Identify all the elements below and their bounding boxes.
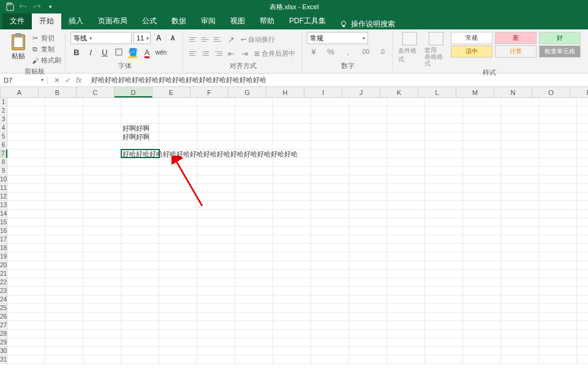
- cell-A22[interactable]: [7, 278, 45, 286]
- cell-E17[interactable]: [159, 235, 197, 243]
- cell-A25[interactable]: [7, 304, 45, 312]
- cell-B4[interactable]: [45, 124, 83, 132]
- cell-C28[interactable]: [83, 330, 121, 338]
- cell-P4[interactable]: [577, 124, 588, 132]
- cell-A29[interactable]: [7, 338, 45, 346]
- cell-I18[interactable]: [311, 244, 349, 252]
- conditional-format-button[interactable]: 条件格式: [398, 32, 421, 64]
- cell-N12[interactable]: [501, 192, 539, 200]
- cell-M8[interactable]: [463, 158, 501, 166]
- cell-M28[interactable]: [463, 330, 501, 338]
- decrease-decimal-button[interactable]: .0: [375, 46, 389, 57]
- cell-G30[interactable]: [235, 347, 273, 355]
- cell-G15[interactable]: [235, 218, 273, 226]
- cell-O12[interactable]: [539, 192, 577, 200]
- italic-button[interactable]: I: [85, 46, 97, 58]
- column-header-C[interactable]: C: [77, 87, 115, 97]
- cell-E24[interactable]: [159, 295, 197, 303]
- cell-K6[interactable]: [387, 141, 425, 149]
- cell-D8[interactable]: [121, 158, 159, 166]
- row-header-25[interactable]: 25: [0, 304, 7, 313]
- row-header-27[interactable]: 27: [0, 321, 7, 330]
- cell-K26[interactable]: [387, 313, 425, 321]
- cell-K7[interactable]: [387, 150, 425, 158]
- cell-L19[interactable]: [425, 253, 463, 260]
- cell-P16[interactable]: [577, 227, 588, 235]
- cell-G20[interactable]: [235, 261, 273, 269]
- border-button[interactable]: [113, 46, 125, 58]
- cell-N26[interactable]: [501, 313, 539, 321]
- cell-K31[interactable]: [387, 355, 425, 363]
- cell-L24[interactable]: [425, 295, 463, 303]
- cell-M26[interactable]: [463, 313, 501, 321]
- cell-N18[interactable]: [501, 244, 539, 252]
- accounting-button[interactable]: ¥: [307, 46, 320, 57]
- cell-E30[interactable]: [159, 347, 197, 355]
- cell-E11[interactable]: [159, 184, 197, 192]
- cell-D14[interactable]: [121, 210, 159, 218]
- cell-F28[interactable]: [197, 330, 235, 338]
- cell-M21[interactable]: [463, 270, 501, 278]
- cell-O4[interactable]: [539, 124, 577, 132]
- cell-A6[interactable]: [7, 141, 45, 149]
- row-header-9[interactable]: 9: [0, 167, 7, 175]
- cell-H8[interactable]: [273, 158, 311, 166]
- align-top-button[interactable]: [188, 34, 199, 45]
- cell-M9[interactable]: [463, 167, 501, 175]
- cell-K28[interactable]: [387, 330, 425, 338]
- cancel-formula-button[interactable]: ✕: [54, 76, 60, 85]
- cell-A30[interactable]: [7, 347, 45, 355]
- cell-O28[interactable]: [539, 330, 577, 338]
- cell-L27[interactable]: [425, 321, 463, 329]
- cell-G29[interactable]: [235, 338, 273, 346]
- cell-B16[interactable]: [45, 227, 83, 235]
- cell-L12[interactable]: [425, 192, 463, 200]
- cell-M23[interactable]: [463, 287, 501, 295]
- cell-I10[interactable]: [311, 175, 349, 183]
- cell-M15[interactable]: [463, 218, 501, 226]
- style-calc[interactable]: 计算: [495, 45, 537, 58]
- cell-K9[interactable]: [387, 167, 425, 175]
- cell-H23[interactable]: [273, 287, 311, 295]
- cell-J11[interactable]: [349, 184, 387, 192]
- cell-J6[interactable]: [349, 141, 387, 149]
- column-header-P[interactable]: P: [570, 87, 588, 97]
- cell-J4[interactable]: [349, 124, 387, 132]
- cell-B3[interactable]: [45, 115, 83, 123]
- cell-A17[interactable]: [7, 235, 45, 243]
- tab-file[interactable]: 文件: [2, 13, 32, 29]
- cell-L2[interactable]: [425, 107, 463, 115]
- cell-E8[interactable]: [159, 158, 197, 166]
- cell-J23[interactable]: [349, 287, 387, 295]
- cell-M30[interactable]: [463, 347, 501, 355]
- cell-E26[interactable]: [159, 313, 197, 321]
- cell-J21[interactable]: [349, 270, 387, 278]
- font-color-button[interactable]: A: [141, 46, 153, 58]
- cell-H26[interactable]: [273, 313, 311, 321]
- cell-P23[interactable]: [577, 287, 588, 295]
- cell-K16[interactable]: [387, 227, 425, 235]
- cell-I7[interactable]: [311, 150, 349, 158]
- cell-A19[interactable]: [7, 253, 45, 260]
- cell-G21[interactable]: [235, 270, 273, 278]
- cell-F27[interactable]: [197, 321, 235, 329]
- cell-M29[interactable]: [463, 338, 501, 346]
- cell-I3[interactable]: [311, 115, 349, 123]
- tab-insert[interactable]: 插入: [61, 13, 91, 29]
- cell-O9[interactable]: [539, 167, 577, 175]
- cell-M6[interactable]: [463, 141, 501, 149]
- cell-I16[interactable]: [311, 227, 349, 235]
- table-format-button[interactable]: 套用 表格格式: [424, 32, 447, 67]
- cell-M19[interactable]: [463, 253, 501, 260]
- cell-F14[interactable]: [197, 210, 235, 218]
- cell-P10[interactable]: [577, 175, 588, 183]
- cell-K23[interactable]: [387, 287, 425, 295]
- cell-P2[interactable]: [577, 107, 588, 115]
- cell-D30[interactable]: [121, 347, 159, 355]
- cell-P26[interactable]: [577, 313, 588, 321]
- cell-K17[interactable]: [387, 235, 425, 243]
- cell-A8[interactable]: [7, 158, 45, 166]
- cell-I25[interactable]: [311, 304, 349, 312]
- cell-A11[interactable]: [7, 184, 45, 192]
- cell-H31[interactable]: [273, 355, 311, 363]
